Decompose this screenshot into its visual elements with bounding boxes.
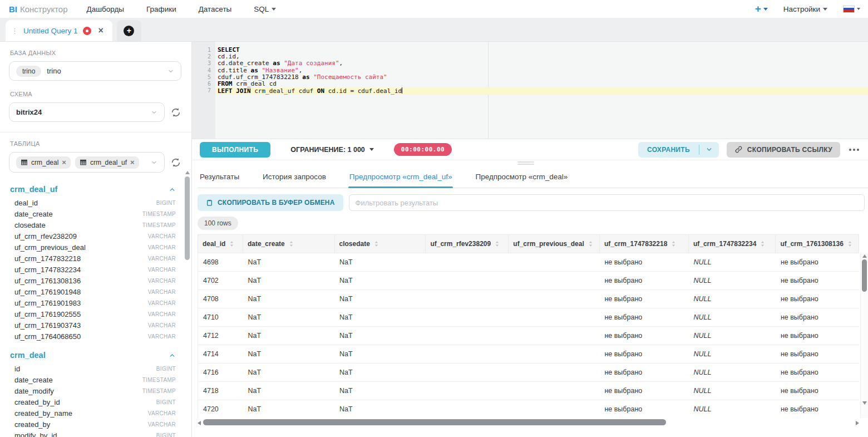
table-multiselect[interactable]: crm_deal × crm_deal_uf × [9,152,165,173]
nav-item-dashboards[interactable]: Дашборды [87,5,125,13]
table-icon [21,159,28,166]
column-row[interactable]: uf_crm_1761902555VARCHAR [9,308,181,320]
remove-table-icon[interactable]: × [62,159,66,166]
line-number: 4 [192,67,211,74]
table-section-header[interactable]: crm_deal [9,348,181,363]
column-type: VARCHAR [148,267,176,273]
scrollbar-thumb[interactable] [862,259,867,292]
scroll-left-icon[interactable] [198,421,201,425]
run-query-button[interactable]: ВЫПОЛНИТЬ [200,142,270,158]
tab-results[interactable]: Результаты [199,165,240,188]
tab-preview-crm-deal-uf[interactable]: Предпросмотр «crm_deal_uf» [348,165,453,188]
chevron-down-icon [167,68,174,75]
column-row[interactable]: created_byVARCHAR [9,419,181,430]
table-cell: NaT [243,290,334,308]
sort-icon [229,240,234,247]
column-row[interactable]: uf_crm_1747832234VARCHAR [9,264,181,275]
table-chip-crm-deal[interactable]: crm_deal × [16,156,71,169]
column-header-uf_crm_1761308136[interactable]: uf_crm_1761308136 [776,235,859,253]
save-button[interactable]: СОХРАНИТЬ [638,142,699,158]
table-row: 4698NaTNaT не выбраноNULLне выбрано [198,253,859,272]
column-row[interactable]: uf_crm_1761901983VARCHAR [9,297,181,308]
save-options-button[interactable] [699,142,719,158]
query-tab[interactable]: ⋮ Untitled Query 1 × [6,20,112,41]
tab-query-history[interactable]: История запросов [262,165,327,188]
add-query-tab-button[interactable]: + [117,20,141,41]
column-header-uf_crm_1747832234[interactable]: uf_crm_1747832234 [688,235,776,253]
copy-to-clipboard-button[interactable]: СКОПИРОВАТЬ В БУФЕР ОБМЕНА [198,194,343,211]
sql-editor[interactable]: 1234567 SELECTcd.id,cd.date_create as "Д… [192,42,868,139]
settings-menu[interactable]: Настройки [783,5,827,13]
tab-preview-crm-deal[interactable]: Предпросмотр «crm_deal» [474,165,569,188]
language-switcher[interactable] [843,6,860,13]
nav-item-sql[interactable]: SQL [254,5,276,13]
copy-link-button[interactable]: СКОПИРОВАТЬ ССЫЛКУ [727,142,840,158]
close-tab-icon[interactable]: × [98,26,103,35]
refresh-schemas-icon[interactable] [170,107,181,118]
column-row[interactable]: closedateTIMESTAMP [9,219,181,230]
scroll-down-icon[interactable] [862,401,867,405]
column-header-uf_crm_previous_deal[interactable]: uf_crm_previous_deal [509,235,600,253]
nav-item-datasets[interactable]: Датасеты [199,5,232,13]
scroll-up-icon[interactable] [185,171,190,174]
column-header-inner: date_create [248,240,329,248]
row-limit-dropdown[interactable]: ОГРАНИЧЕНИЕ: 1 000 [290,146,373,154]
table-label: ТАБЛИЦА [10,140,181,147]
column-header-uf_crm_rfev238209[interactable]: uf_crm_rfev238209 [426,235,509,253]
sort-icon [671,240,676,247]
code-line: cduf.uf_crm_1747832218 as "Посещаемость … [215,74,868,81]
table-cell: 4716 [198,364,243,382]
database-select[interactable]: trino trino [9,61,181,81]
column-row[interactable]: idBIGINT [9,363,181,374]
scrollbar-thumb[interactable] [185,176,190,260]
filter-results-input[interactable] [349,194,865,211]
more-options-button[interactable] [848,146,860,153]
scrollbar-thumb[interactable] [203,419,666,425]
column-row[interactable]: date_modifyTIMESTAMP [9,385,181,396]
column-row[interactable]: date_createTIMESTAMP [9,208,181,219]
navbar-right: + Настройки [755,3,860,15]
column-row[interactable]: uf_crm_previous_dealVARCHAR [9,242,181,253]
column-row[interactable]: deal_idBIGINT [9,197,181,208]
vertical-scrollbar[interactable] [860,253,868,418]
column-type: VARCHAR [148,289,176,295]
table-chip-crm-deal-uf[interactable]: crm_deal_uf × [75,156,139,169]
column-row[interactable]: uf_crm_1764068650VARCHAR [9,331,181,342]
column-row[interactable]: uf_crm_rfev238209VARCHAR [9,230,181,242]
sidebar-scrollbar[interactable] [185,171,190,437]
new-item-button[interactable]: + [755,3,768,15]
column-row[interactable]: modify_by_idBIGINT [9,430,181,437]
table-cell: NaT [334,272,426,290]
table-cell: не выбрано [599,327,688,345]
column-row[interactable]: uf_crm_1761308136VARCHAR [9,275,181,286]
table-cell [509,382,600,400]
column-type: VARCHAR [148,333,176,340]
column-header-closedate[interactable]: closedate [334,235,426,253]
column-row[interactable]: created_by_idBIGINT [9,396,181,407]
column-row[interactable]: uf_crm_1747832218VARCHAR [9,253,181,264]
top-navbar: BI Конструктор Дашборды Графики Датасеты… [0,0,868,18]
scroll-up-icon[interactable] [862,254,867,258]
table-cell: NaT [334,382,426,400]
column-header-date_create[interactable]: date_create [243,235,334,253]
horizontal-scrollbar[interactable] [198,419,859,428]
schema-select[interactable]: bitrix24 [9,102,165,122]
refresh-tables-icon[interactable] [170,157,181,168]
column-row[interactable]: uf_crm_1761903743VARCHAR [9,320,181,331]
column-row[interactable]: uf_crm_1761901948VARCHAR [9,286,181,297]
app-logo[interactable]: BI Конструктор [9,4,68,14]
table-section-header[interactable]: crm_deal_uf [9,183,181,197]
table-cell: NULL [688,327,776,345]
column-header-deal_id[interactable]: deal_id [198,235,243,253]
column-header-uf_crm_1747832218[interactable]: uf_crm_1747832218 [599,235,688,253]
drag-grip-icon[interactable]: ⋮ [11,27,18,35]
column-type: VARCHAR [148,322,176,328]
column-row[interactable]: created_by_nameVARCHAR [9,407,181,419]
sql-code-area[interactable]: SELECTcd.id,cd.date_create as "Дата созд… [215,42,868,139]
table-cell [426,272,509,290]
remove-table-icon[interactable]: × [130,159,135,166]
table-cell: 4708 [198,290,243,308]
scroll-right-icon[interactable] [856,421,859,425]
nav-item-charts[interactable]: Графики [146,5,176,13]
column-row[interactable]: date_createTIMESTAMP [9,374,181,385]
